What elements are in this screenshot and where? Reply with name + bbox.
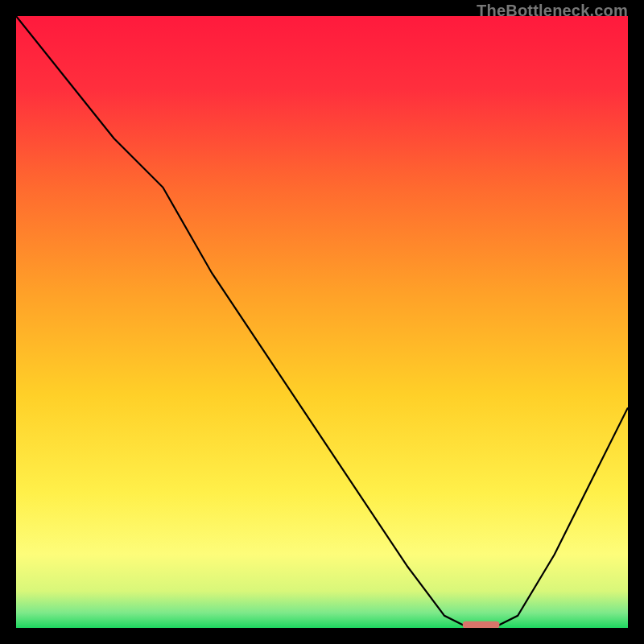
optimal-marker [463, 621, 500, 628]
chart-frame [16, 16, 628, 628]
chart-svg [16, 16, 628, 628]
watermark-text: TheBottleneck.com [477, 2, 628, 20]
gradient-background [16, 16, 628, 628]
